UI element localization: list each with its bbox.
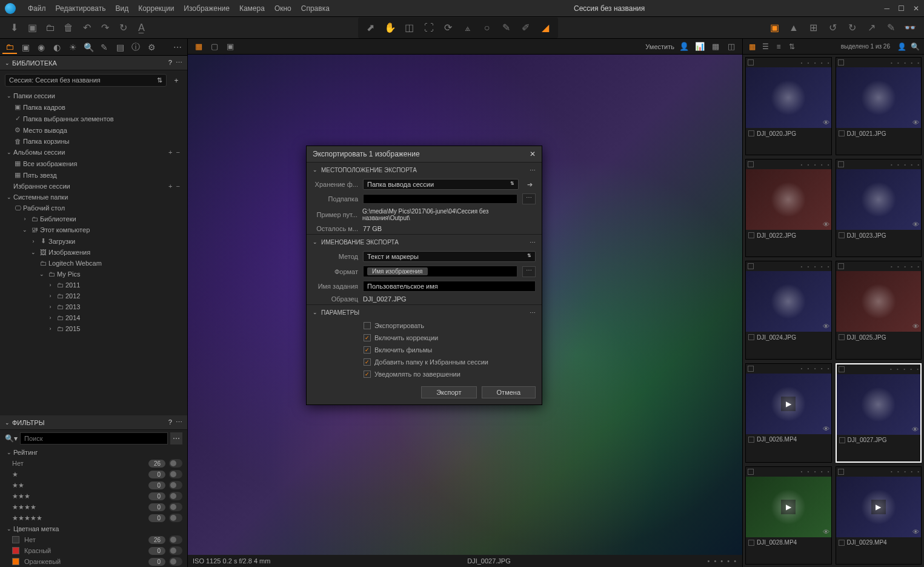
thumb-checkbox-icon[interactable] xyxy=(839,540,845,546)
eraser-tool-icon[interactable]: ◢ xyxy=(537,20,553,36)
crop-tool-icon[interactable]: ⛶ xyxy=(421,20,437,36)
menu-image[interactable]: Изображение xyxy=(179,4,234,13)
thumb-list-icon[interactable]: ☰ xyxy=(760,41,771,52)
goto-folder-icon[interactable]: ➔ xyxy=(523,181,536,189)
thumb-checkbox-icon[interactable] xyxy=(748,334,754,340)
dialog-close-icon[interactable]: ✕ xyxy=(530,150,536,158)
notify-checkbox-row[interactable]: Уведомлять по завершении xyxy=(307,368,542,380)
details-tab-icon[interactable]: 🔍 xyxy=(81,41,96,54)
checkbox-icon[interactable] xyxy=(364,358,371,366)
thumbnail[interactable]: • • • • •👁DJI_0024.JPG xyxy=(745,261,832,359)
filters-section-header[interactable]: ⌄ ФИЛЬТРЫ ? ⋯ xyxy=(0,415,187,430)
thumb-checkbox-icon[interactable] xyxy=(839,366,845,372)
rating-1-row[interactable]: ★0 xyxy=(0,469,187,480)
movies-checkbox-row[interactable]: Включить фильмы xyxy=(307,344,542,356)
browse-button[interactable]: ⋯ xyxy=(522,193,536,204)
thumb-checkbox-icon[interactable] xyxy=(748,263,754,269)
thumb-checkbox-icon[interactable] xyxy=(838,59,844,65)
import-icon[interactable]: ⬇ xyxy=(6,20,22,36)
library-tab-icon[interactable]: 🗀 xyxy=(2,41,17,54)
compare-view-icon[interactable]: ▣ xyxy=(224,41,236,52)
auto-icon[interactable]: A̲ xyxy=(133,20,149,36)
checkbox-icon[interactable] xyxy=(364,322,371,329)
metadata-tab-icon[interactable]: ▤ xyxy=(113,41,127,54)
thumb-checkbox-icon[interactable] xyxy=(839,130,845,136)
thumbnail[interactable]: • • • • •▶👁DJI_0029.MP4 xyxy=(836,466,922,565)
warning-icon[interactable]: ▲ xyxy=(786,20,802,36)
redo-icon[interactable]: ↷ xyxy=(97,20,113,36)
library-section-header[interactable]: ⌄ БИБЛИОТЕКА ? ⋯ xyxy=(0,56,187,70)
checkbox-icon[interactable] xyxy=(364,346,371,354)
thumb-checkbox-icon[interactable] xyxy=(839,232,845,238)
section-menu-icon[interactable]: ⋯ xyxy=(530,167,536,173)
format-input[interactable]: Имя изображения xyxy=(363,266,517,277)
section-menu-icon[interactable]: ⋯ xyxy=(530,309,536,316)
reset-ccw-icon[interactable]: ↺ xyxy=(825,20,840,36)
rotate-tool-icon[interactable]: ⟳ xyxy=(440,20,456,36)
menu-corrections[interactable]: Коррекции xyxy=(133,4,179,13)
toggle-icon[interactable] xyxy=(169,557,182,566)
toggle-icon[interactable] xyxy=(169,492,182,500)
search-icon[interactable]: 🔍 xyxy=(909,41,920,52)
thumbnail[interactable]: • • • • •▶👁DJI_0028.MP4 xyxy=(745,466,832,565)
exposure-tab-icon[interactable]: ☀ xyxy=(65,41,80,54)
fit-label[interactable]: Уместить xyxy=(645,43,674,50)
thumbnail[interactable]: • • • • •▶👁DJI_0026.MP4 xyxy=(745,363,832,463)
spot-tool-icon[interactable]: ○ xyxy=(479,20,495,36)
info-tab-icon[interactable]: ⓘ xyxy=(128,41,143,54)
rating-2-row[interactable]: ★★0 xyxy=(0,480,187,491)
thumbnail[interactable]: • • • • •👁DJI_0025.JPG xyxy=(836,261,922,359)
storage-combo[interactable]: Папка вывода сессии⇅ xyxy=(363,179,519,190)
year-2012-item[interactable]: ›🗀2012 xyxy=(0,290,187,301)
profile-icon[interactable]: 👤 xyxy=(678,41,690,52)
params-section-header[interactable]: ⌄ ПАРАМЕТРЫ ⋯ xyxy=(307,305,542,320)
sort-icon[interactable]: ⇅ xyxy=(786,41,797,52)
capture-tab-icon[interactable]: ▣ xyxy=(18,41,33,54)
color-filter-header[interactable]: ⌄Цветная метка xyxy=(0,523,187,534)
jobname-input[interactable]: Пользовательское имя xyxy=(363,281,536,292)
session-favorites-item[interactable]: Избранное сессии+ − xyxy=(0,181,187,192)
mypics-item[interactable]: ⌄🗀My Pics xyxy=(0,269,187,280)
export-button[interactable]: Экспорт xyxy=(421,386,476,398)
thumb-checkbox-icon[interactable] xyxy=(838,469,844,475)
section-menu-icon[interactable]: ⋯ xyxy=(530,239,536,246)
desktop-item[interactable]: 🖵Рабочий стол xyxy=(0,203,187,213)
layout-icon[interactable]: ▣ xyxy=(766,20,782,36)
thumb-checkbox-icon[interactable] xyxy=(748,130,754,136)
thumb-checkbox-icon[interactable] xyxy=(748,437,754,443)
system-folders-item[interactable]: ⌄Системные папки xyxy=(0,192,187,203)
checkbox-icon[interactable] xyxy=(364,371,371,378)
thumbnail[interactable]: • • • • •👁DJI_0027.JPG xyxy=(836,363,922,463)
thumbnail[interactable]: • • • • •👁DJI_0023.JPG xyxy=(836,159,922,257)
hand-tool-icon[interactable]: ✋ xyxy=(382,20,398,36)
thumb-checkbox-icon[interactable] xyxy=(748,59,754,65)
color-orange-row[interactable]: Оранжевый0 xyxy=(0,556,187,567)
location-section-header[interactable]: ⌄ МЕСТОПОЛОЖЕНИЕ ЭКСПОРТА ⋯ xyxy=(307,163,542,177)
folder-icon[interactable]: 🗀 xyxy=(42,20,58,36)
toggle-icon[interactable] xyxy=(169,546,182,555)
year-2011-item[interactable]: ›🗀2011 xyxy=(0,280,187,290)
selects-folder-item[interactable]: ✓Папка выбранных элементов xyxy=(0,113,187,124)
rating-none-row[interactable]: Нет26 xyxy=(0,458,187,469)
undo-icon[interactable]: ↶ xyxy=(79,20,95,36)
cancel-button[interactable]: Отмена xyxy=(482,386,536,398)
output-tab-icon[interactable]: ⚙ xyxy=(144,41,159,54)
keystone-tool-icon[interactable]: ⟁ xyxy=(460,20,476,36)
histogram-icon[interactable]: 📊 xyxy=(694,41,706,52)
single-view-icon[interactable]: ▢ xyxy=(208,41,221,52)
rating-filter-header[interactable]: ⌄Рейтинг xyxy=(0,447,187,458)
close-icon[interactable]: ✕ xyxy=(913,4,919,13)
overlay-icon[interactable]: ▩ xyxy=(710,41,722,52)
libraries-item[interactable]: ›🗀Библиотеки xyxy=(0,213,187,224)
cursor-tool-icon[interactable]: ⬈ xyxy=(363,20,379,36)
toggle-icon[interactable] xyxy=(169,535,182,544)
toggle-icon[interactable] xyxy=(169,470,182,478)
proof-icon[interactable]: ◫ xyxy=(725,41,737,52)
rating-4-row[interactable]: ★★★★0 xyxy=(0,502,187,512)
thumb-checkbox-icon[interactable] xyxy=(748,366,754,372)
adjustments-tab-icon[interactable]: ✎ xyxy=(97,41,111,54)
filters-menu-icon[interactable]: ? ⋯ xyxy=(168,418,182,426)
logitech-item[interactable]: 🗀Logitech Webcam xyxy=(0,258,187,269)
output-folder-item[interactable]: ⚙Место вывода xyxy=(0,124,187,136)
capture-folder-item[interactable]: ▣Папка кадров xyxy=(0,101,187,113)
